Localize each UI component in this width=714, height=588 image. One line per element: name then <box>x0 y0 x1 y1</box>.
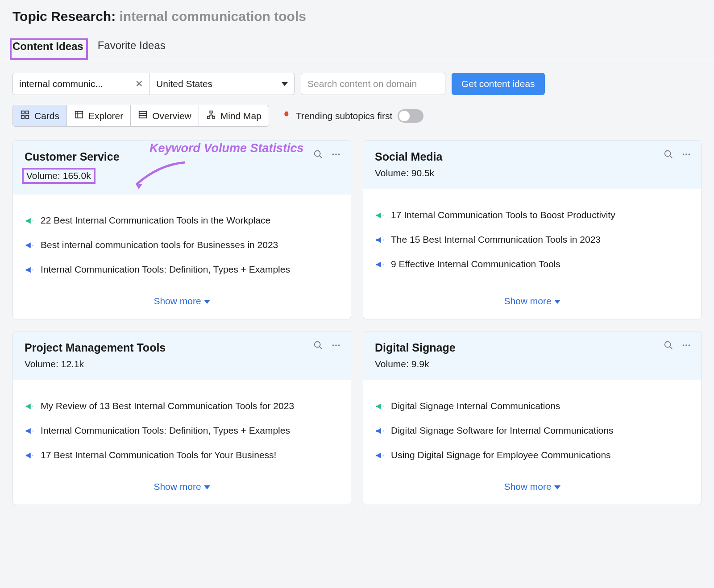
tab-content-ideas[interactable]: Content Ideas <box>12 40 83 58</box>
volume-highlight: Volume: 165.0k <box>22 168 95 184</box>
keyword-value: internal communic... <box>19 79 103 89</box>
card-volume: Volume: 9.9k <box>375 359 689 369</box>
tabs: Content Ideas Favorite Ideas <box>0 39 714 60</box>
trending-toggle[interactable] <box>398 109 423 123</box>
search-icon[interactable] <box>313 149 323 161</box>
idea-text: 17 Best Internal Communication Tools for… <box>41 450 276 460</box>
more-icon[interactable] <box>331 340 341 352</box>
search-icon[interactable] <box>313 340 323 352</box>
card-head: Project Management ToolsVolume: 12.1k <box>13 331 351 380</box>
idea-row[interactable]: Digital Signage Internal Communications <box>375 401 689 414</box>
view-overview[interactable]: Overview <box>131 105 199 126</box>
idea-row[interactable]: Using Digital Signage for Employee Commu… <box>375 450 689 463</box>
megaphone-icon <box>375 402 385 414</box>
idea-row[interactable]: 9 Effective Internal Communication Tools <box>375 259 689 272</box>
volume-label: Volume: <box>26 170 63 181</box>
card-volume: Volume: 165.0k <box>25 168 339 184</box>
svg-point-28 <box>332 344 334 346</box>
topic-card: Social MediaVolume: 90.5k17 Internal Com… <box>363 140 702 319</box>
megaphone-icon <box>375 235 385 247</box>
chevron-down-icon <box>204 485 210 489</box>
svg-rect-1 <box>26 111 29 114</box>
idea-text: Digital Signage Software for Internal Co… <box>391 425 613 436</box>
clear-icon[interactable]: ✕ <box>132 79 143 89</box>
svg-point-35 <box>689 344 690 346</box>
card-head: Digital SignageVolume: 9.9k <box>363 331 701 380</box>
idea-row[interactable]: My Review of 13 Best Internal Communicat… <box>25 401 339 414</box>
card-volume: Volume: 90.5k <box>375 168 689 178</box>
idea-row[interactable]: Internal Communication Tools: Definition… <box>25 264 339 277</box>
idea-row[interactable]: Digital Signage Software for Internal Co… <box>375 425 689 438</box>
show-more: Show more <box>363 292 701 319</box>
svg-point-31 <box>665 342 671 348</box>
megaphone-icon <box>25 402 34 414</box>
view-mindmap-label: Mind Map <box>220 111 262 121</box>
title-topic: internal communication tools <box>120 9 306 24</box>
show-more-link[interactable]: Show more <box>154 481 210 492</box>
svg-rect-3 <box>26 116 29 118</box>
idea-text: 9 Effective Internal Communication Tools <box>391 259 560 269</box>
volume-value: 12.1k <box>61 359 84 369</box>
view-cards-label: Cards <box>34 111 59 121</box>
card-actions <box>313 149 341 161</box>
view-cards[interactable]: Cards <box>13 105 67 126</box>
idea-row[interactable]: 17 Best Internal Communication Tools for… <box>25 450 339 463</box>
keyword-input[interactable]: internal communic... ✕ <box>12 73 150 95</box>
title-prefix: Topic Research: <box>12 9 116 24</box>
card-head: Social MediaVolume: 90.5k <box>363 141 701 189</box>
svg-line-17 <box>320 156 322 158</box>
idea-row[interactable]: The 15 Best Internal Communication Tools… <box>375 234 689 247</box>
chevron-down-icon <box>554 300 560 304</box>
megaphone-icon <box>25 216 34 228</box>
svg-point-34 <box>685 344 687 346</box>
idea-row[interactable]: Best internal communication tools for Bu… <box>25 240 339 253</box>
card-actions <box>313 340 341 352</box>
show-more-link[interactable]: Show more <box>504 481 560 492</box>
view-segmented-control: Cards Explorer Overview Mind Map <box>12 105 269 127</box>
svg-point-30 <box>338 344 340 346</box>
card-title: Social Media <box>375 150 689 163</box>
svg-rect-2 <box>21 116 24 118</box>
idea-row[interactable]: 17 Internal Communication Tools to Boost… <box>375 210 689 223</box>
search-icon[interactable] <box>664 340 673 352</box>
volume-label: Volume: <box>375 168 411 178</box>
card-title: Digital Signage <box>375 341 689 354</box>
card-actions <box>664 149 691 161</box>
view-mindmap[interactable]: Mind Map <box>199 105 269 126</box>
card-body: 22 Best Internal Communication Tools in … <box>13 195 351 292</box>
page-title: Topic Research: internal communication t… <box>12 9 702 24</box>
volume-value: 165.0k <box>63 170 91 181</box>
svg-rect-0 <box>21 111 24 114</box>
more-icon[interactable] <box>331 149 341 161</box>
toggle-knob <box>399 111 410 121</box>
highlight-content-ideas: Content Ideas <box>10 38 88 60</box>
svg-point-26 <box>315 342 320 348</box>
view-explorer[interactable]: Explorer <box>67 105 131 126</box>
show-more-link[interactable]: Show more <box>504 296 560 306</box>
idea-row[interactable]: Internal Communication Tools: Definition… <box>25 425 339 438</box>
more-icon[interactable] <box>681 149 691 161</box>
chevron-down-icon <box>554 485 560 489</box>
get-content-ideas-button[interactable]: Get content ideas <box>452 73 545 95</box>
tab-favorite-ideas[interactable]: Favorite Ideas <box>98 39 166 60</box>
svg-line-32 <box>670 347 672 349</box>
volume-label: Volume: <box>375 359 411 369</box>
idea-text: 17 Internal Communication Tools to Boost… <box>391 210 615 220</box>
svg-line-22 <box>670 156 672 158</box>
megaphone-icon <box>25 265 34 277</box>
country-select[interactable]: United States <box>150 73 295 95</box>
controls-row: internal communic... ✕ United States Sea… <box>12 73 702 95</box>
search-icon[interactable] <box>664 149 673 161</box>
svg-point-25 <box>689 153 690 155</box>
table-icon <box>74 110 84 122</box>
search-placeholder: Search content on domain <box>307 79 417 89</box>
search-input[interactable]: Search content on domain <box>301 73 445 95</box>
svg-rect-7 <box>139 112 147 118</box>
chevron-down-icon <box>282 82 288 86</box>
show-more-link[interactable]: Show more <box>154 296 210 306</box>
topic-card: Digital SignageVolume: 9.9kDigital Signa… <box>363 331 702 505</box>
idea-row[interactable]: 22 Best Internal Communication Tools in … <box>25 215 339 228</box>
card-head: Keyword Volume StatisticsCustomer Servic… <box>13 141 351 195</box>
more-icon[interactable] <box>681 340 691 352</box>
idea-text: My Review of 13 Best Internal Communicat… <box>41 401 294 411</box>
